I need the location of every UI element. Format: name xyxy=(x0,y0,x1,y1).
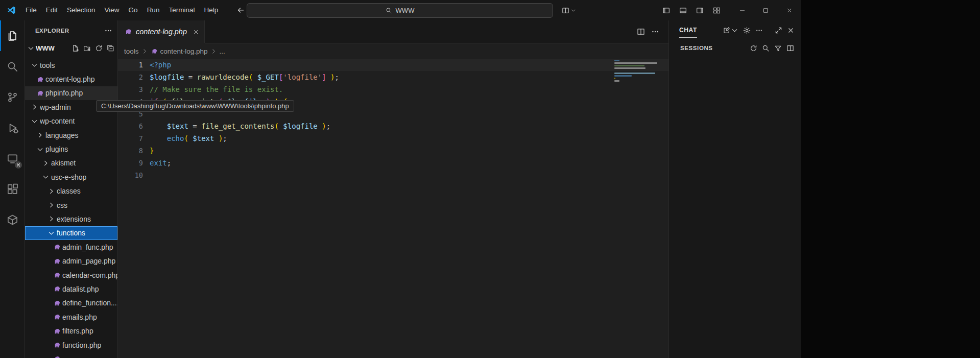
tree-item-classes[interactable]: classes xyxy=(25,184,117,198)
menu-go[interactable]: Go xyxy=(124,0,142,20)
chevron-right-icon xyxy=(46,201,56,209)
more-icon[interactable] xyxy=(755,27,763,34)
search-icon xyxy=(7,61,18,73)
code-line-3[interactable]: 3// Make sure the file is exist. xyxy=(118,83,668,96)
tree-item-define_function....[interactable]: define_function.... xyxy=(25,296,117,310)
activitybar-package-cube[interactable] xyxy=(0,204,25,235)
toggle-layout-grid-button[interactable] xyxy=(710,4,723,17)
tree-item-phpinfo.php[interactable]: phpinfo.php xyxy=(25,86,117,100)
tree-item-akismet[interactable]: akismet xyxy=(25,156,117,170)
editor-group: content-log.php toolscontent-log.php... … xyxy=(118,20,668,358)
more-icon[interactable] xyxy=(651,28,659,36)
activitybar-files-explorer[interactable] xyxy=(0,20,25,51)
menu-selection[interactable]: Selection xyxy=(62,0,100,20)
close-window-icon xyxy=(786,7,793,14)
minimize-button[interactable] xyxy=(730,0,754,20)
activitybar-search[interactable] xyxy=(0,51,25,82)
tree-item-admin_page.php[interactable]: admin_page.php xyxy=(25,254,117,268)
new-folder-icon[interactable] xyxy=(83,44,91,52)
search-icon[interactable] xyxy=(762,44,770,52)
tree-item-languages[interactable]: languages xyxy=(25,128,117,142)
expand-icon[interactable] xyxy=(775,27,782,34)
layout-dropdown-button[interactable] xyxy=(560,4,578,17)
php-file-icon xyxy=(151,47,158,55)
code-line-8[interactable]: 8} xyxy=(118,145,668,157)
sessions-section-header[interactable]: SESSIONS xyxy=(669,40,801,56)
menu-terminal[interactable]: Terminal xyxy=(164,0,199,20)
new-file-icon[interactable] xyxy=(71,44,79,52)
tree-item-content-log.php[interactable]: content-log.php xyxy=(25,72,117,86)
collapse-all-icon[interactable] xyxy=(107,44,114,52)
tree-item-plugins[interactable]: plugins xyxy=(25,142,117,156)
code-line-2[interactable]: 2$logfile = rawurldecode( $_GET['logfile… xyxy=(118,71,668,83)
tab-content-log[interactable]: content-log.php xyxy=(118,20,205,43)
chevron-right-icon xyxy=(46,187,56,195)
toggle-panel-left-button[interactable] xyxy=(659,4,673,17)
toggle-panel-bottom-button[interactable] xyxy=(676,4,689,17)
line-number: 3 xyxy=(118,85,143,93)
code-line-10[interactable]: 10 xyxy=(118,169,668,181)
settings-gear-icon[interactable] xyxy=(743,27,751,34)
restore-button[interactable] xyxy=(754,0,777,20)
code-line-9[interactable]: 9exit; xyxy=(118,157,668,169)
refresh-icon[interactable] xyxy=(95,44,103,52)
breadcrumbs: toolscontent-log.php... xyxy=(118,43,668,59)
vscode-logo-icon xyxy=(7,6,16,15)
close-window-icon[interactable] xyxy=(787,27,795,34)
menu-file[interactable]: File xyxy=(21,0,41,20)
tree-item-label: classes xyxy=(57,187,81,195)
tree-item-label: admin_func.php xyxy=(62,243,113,251)
menu-help[interactable]: Help xyxy=(199,0,223,20)
code-line-1[interactable]: 1<?php xyxy=(118,59,668,71)
chevron-right-icon xyxy=(30,103,39,111)
activitybar-remote-monitor[interactable] xyxy=(0,143,25,174)
back-arrow-icon[interactable] xyxy=(234,4,247,17)
command-center-search[interactable]: WWW xyxy=(247,3,553,18)
split-window-icon xyxy=(562,7,569,14)
tree-item-wp-content[interactable]: wp-content xyxy=(25,114,117,128)
chat-header: CHAT xyxy=(669,20,801,40)
activitybar-source-control[interactable] xyxy=(0,82,25,112)
tree-item-admin_func.php[interactable]: admin_func.php xyxy=(25,240,117,254)
breadcrumb-separator-icon xyxy=(210,48,217,55)
tree-item-usc-e-shop[interactable]: usc-e-shop xyxy=(25,170,117,184)
php-file-icon xyxy=(52,271,61,279)
tree-item-function.php[interactable]: function.php xyxy=(25,338,117,352)
breadcrumb-item[interactable]: content-log.php xyxy=(160,47,208,55)
more-actions-icon[interactable] xyxy=(104,27,112,35)
close-window-button[interactable] xyxy=(777,0,801,20)
refresh-icon[interactable] xyxy=(750,44,757,52)
tree-item-label: usc-e-shop xyxy=(51,173,86,181)
breadcrumb-item[interactable]: tools xyxy=(124,47,139,55)
tree-item-css[interactable]: css xyxy=(25,198,117,212)
minimap[interactable] xyxy=(612,60,661,85)
activitybar-run-debug[interactable] xyxy=(0,112,25,143)
tree-item-emails.php[interactable]: emails.php xyxy=(25,310,117,324)
breadcrumb-item[interactable]: ... xyxy=(220,47,225,55)
activitybar-extensions[interactable] xyxy=(0,174,25,204)
filter-icon[interactable] xyxy=(774,44,782,52)
toggle-panel-right-button[interactable] xyxy=(693,4,706,17)
code-line-7[interactable]: 7 echo( $text ); xyxy=(118,132,668,145)
menu-run[interactable]: Run xyxy=(142,0,164,20)
workspace-section-title: WWW xyxy=(36,44,55,52)
tree-item-extensions[interactable]: extensions xyxy=(25,212,117,226)
desktop-background xyxy=(801,0,980,358)
menu-edit[interactable]: Edit xyxy=(41,0,62,20)
file-path-tooltip: C:\Users\DashingBug\Downloads\www\WWW\to… xyxy=(96,100,294,112)
tree-item-filters.php[interactable]: filters.php xyxy=(25,324,117,338)
tree-item-tools[interactable]: tools xyxy=(25,58,117,72)
tab-close-icon[interactable] xyxy=(193,29,199,35)
code-line-6[interactable]: 6 $text = file_get_contents( $logfile ); xyxy=(118,120,668,132)
tree-item-calendar-com.php[interactable]: calendar-com.php xyxy=(25,268,117,282)
tree-item-functions[interactable]: functions xyxy=(25,226,117,240)
new-chat-button[interactable] xyxy=(723,27,738,34)
workspace-section-header[interactable]: WWW xyxy=(25,41,117,55)
tree-item-partial[interactable] xyxy=(25,352,117,358)
menu-view[interactable]: View xyxy=(100,0,124,20)
chevron-down-icon xyxy=(41,173,50,181)
tree-item-datalist.php[interactable]: datalist.php xyxy=(25,282,117,296)
split-panel-icon[interactable] xyxy=(786,44,794,52)
tree-item-label: wp-content xyxy=(40,117,75,125)
split-editor-icon[interactable] xyxy=(637,28,645,36)
